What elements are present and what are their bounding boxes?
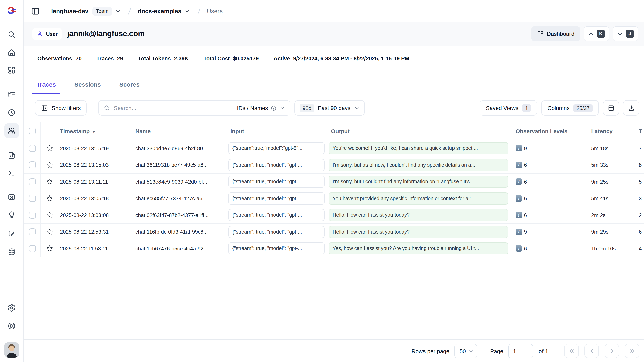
prompts-icon[interactable] [4, 148, 19, 163]
header-latency: Latency [588, 128, 636, 134]
trace-output: Hello! How can I assist you today? [329, 226, 508, 238]
rows-per-page-select[interactable]: 50 [454, 344, 477, 358]
saved-views-button[interactable]: Saved Views 1 [480, 100, 538, 116]
home-icon[interactable] [4, 45, 19, 60]
table-row[interactable]: 2025-08-22 13:11:11 chat:513e84e9-9039-4… [24, 174, 644, 190]
chevron-down-icon[interactable] [115, 8, 121, 14]
playground-terminal-icon[interactable] [4, 166, 19, 180]
traces-table: Timestamp Name Input Output Observation … [24, 122, 644, 257]
star-icon[interactable] [46, 178, 53, 186]
prev-user-button[interactable]: K [584, 26, 609, 42]
breadcrumb-org[interactable]: langfuse-dev [51, 8, 88, 14]
table-row[interactable]: 2025-08-22 13:15:03 chat:3611931b-bc77-4… [24, 157, 644, 174]
chevrons-left-icon [568, 348, 574, 354]
trace-tokens-clipped: 5 [636, 179, 644, 185]
page-number-input[interactable]: 1 [508, 344, 533, 358]
row-checkbox[interactable] [29, 212, 36, 219]
tab-traces[interactable]: Traces [37, 81, 56, 94]
row-checkbox[interactable] [29, 145, 36, 152]
trace-latency: 5m 18s [588, 145, 636, 152]
users-icon[interactable] [4, 123, 19, 138]
row-checkbox[interactable] [29, 228, 36, 235]
star-icon[interactable] [46, 228, 53, 236]
columns-button[interactable]: Columns 25/37 [541, 100, 599, 116]
observation-count: 6 [524, 162, 527, 168]
breadcrumb-project[interactable]: docs-examples [138, 8, 182, 14]
search-scope-label: IDs / Names [237, 105, 268, 111]
header-input: Input [227, 128, 327, 134]
info-level-icon [516, 145, 522, 152]
next-user-button[interactable]: J [612, 26, 638, 42]
evaluation-icon[interactable] [4, 190, 19, 204]
table-row[interactable]: 2025-08-22 13:15:19 chat:330bd4e7-d869-4… [24, 140, 644, 157]
table-row[interactable]: 2025-08-22 13:05:18 chat:ec685f77-7374-4… [24, 190, 644, 207]
select-all-checkbox[interactable] [29, 128, 36, 134]
prev-page-button[interactable] [584, 344, 599, 358]
info-level-icon [516, 246, 522, 252]
dashboard-button[interactable]: Dashboard [531, 26, 580, 42]
search-icon[interactable] [4, 27, 19, 42]
header-timestamp[interactable]: Timestamp [58, 128, 133, 134]
prompt-experiments-lightbulb-icon[interactable] [4, 207, 19, 222]
breadcrumb: langfuse-dev Team docs-examples Users [24, 0, 644, 22]
tab-scores[interactable]: Scores [120, 81, 140, 94]
trace-tokens-clipped: 3 [636, 196, 644, 202]
trace-timestamp: 2025-08-22 11:53:11 [58, 246, 133, 252]
trace-timestamp: 2025-08-22 12:53:31 [58, 229, 133, 235]
search-scope-select[interactable]: IDs / Names [237, 105, 285, 111]
stat-active-range: Active: 9/27/2024, 6:38:34 PM - 8/22/202… [274, 55, 409, 62]
shortcut-key-k: K [597, 30, 605, 38]
search-input[interactable]: Search... IDs / Names [98, 100, 290, 116]
date-range-select[interactable]: 90d Past 90 days [294, 100, 365, 116]
trace-timestamp: 2025-08-22 13:11:11 [58, 179, 133, 185]
settings-gear-icon[interactable] [4, 300, 19, 315]
datasets-database-icon[interactable] [4, 244, 19, 259]
trace-output: Hello! How can I assist you today? [329, 209, 508, 221]
header-output: Output [327, 128, 513, 134]
chevron-right-icon [609, 348, 615, 354]
star-icon[interactable] [46, 195, 53, 202]
row-checkbox[interactable] [29, 162, 36, 168]
tracing-icon[interactable] [4, 88, 19, 102]
row-checkbox[interactable] [29, 245, 36, 252]
trace-latency: 1h 0m 10s [588, 246, 636, 252]
trace-input: {"stream":true,"model":"gpt-5",... [228, 142, 324, 154]
first-page-button[interactable] [564, 344, 579, 358]
star-icon[interactable] [46, 162, 53, 169]
support-lifebuoy-icon[interactable] [4, 318, 19, 334]
last-page-button[interactable] [625, 344, 639, 358]
tab-sessions[interactable]: Sessions [74, 81, 101, 94]
row-checkbox[interactable] [29, 178, 36, 185]
table-row[interactable]: 2025-08-22 11:53:11 chat:1cb67476-b5ce-4… [24, 240, 644, 257]
stat-observations: Observations: 70 [38, 55, 82, 62]
chevron-down-icon[interactable] [184, 8, 190, 14]
next-page-button[interactable] [604, 344, 619, 358]
page-of-label: of 1 [539, 348, 548, 354]
dashboards-icon[interactable] [4, 63, 19, 78]
star-icon[interactable] [46, 245, 53, 252]
row-height-button[interactable] [603, 100, 619, 116]
trace-output: You haven't provided any specific inform… [329, 192, 508, 204]
star-icon[interactable] [46, 145, 53, 152]
export-button[interactable] [623, 100, 639, 116]
trace-timestamp: 2025-08-22 13:15:19 [58, 145, 133, 152]
sidebar-toggle-icon[interactable] [31, 7, 40, 16]
info-level-icon [516, 195, 522, 202]
table-row[interactable]: 2025-08-22 13:03:08 chat:02f63f47-87b2-4… [24, 207, 644, 224]
trace-name: chat:ec685f77-7374-427c-a6... [133, 196, 227, 202]
info-level-icon [516, 162, 522, 168]
info-level-icon [516, 229, 522, 235]
show-filters-button[interactable]: Show filters [35, 100, 87, 116]
annotation-queues-icon[interactable] [4, 226, 19, 241]
chevron-left-icon [588, 348, 595, 354]
user-icon [37, 30, 43, 37]
sidebar [0, 0, 24, 362]
langfuse-logo-icon[interactable] [7, 6, 16, 16]
row-checkbox[interactable] [29, 195, 36, 202]
table-row[interactable]: 2025-08-22 12:53:31 chat:116fbfdc-0fd3-4… [24, 224, 644, 240]
trace-name: chat:116fbfdc-0fd3-41af-99c8... [133, 229, 227, 235]
user-avatar[interactable] [4, 342, 19, 358]
trace-latency: 9m 29s [588, 229, 636, 235]
sessions-clock-icon[interactable] [4, 105, 19, 120]
star-icon[interactable] [46, 212, 53, 219]
